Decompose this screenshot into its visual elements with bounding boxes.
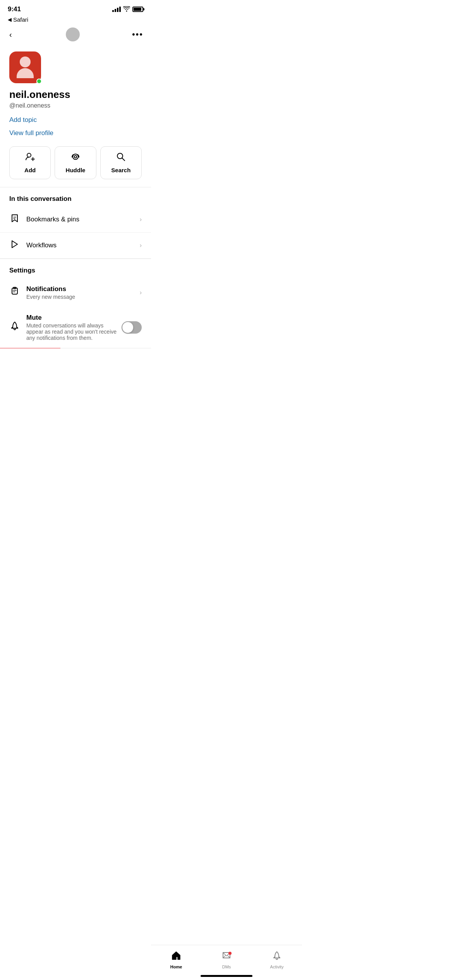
user-handle: @neil.oneness bbox=[9, 102, 142, 109]
more-button[interactable]: ••• bbox=[132, 29, 143, 39]
avatar bbox=[9, 51, 41, 83]
notifications-title: Notifications bbox=[26, 285, 140, 293]
svg-point-0 bbox=[27, 153, 31, 157]
notifications-content: Notifications Every new message bbox=[26, 285, 140, 300]
conversation-section-header: In this conversation bbox=[0, 187, 151, 207]
huddle-button-label: Huddle bbox=[66, 167, 86, 173]
svg-point-4 bbox=[74, 156, 77, 158]
svg-point-3 bbox=[73, 154, 78, 159]
mute-icon bbox=[9, 321, 20, 334]
back-button[interactable]: ‹ bbox=[8, 29, 14, 41]
svg-marker-7 bbox=[12, 241, 17, 248]
add-button-label: Add bbox=[24, 167, 36, 173]
settings-section-header: Settings bbox=[0, 259, 151, 278]
action-buttons: Add Huddle Search bbox=[0, 146, 151, 187]
notifications-chevron-icon: › bbox=[140, 289, 142, 296]
huddle-button[interactable]: Huddle bbox=[55, 146, 96, 179]
add-member-icon bbox=[25, 152, 35, 164]
add-topic-link[interactable]: Add topic bbox=[9, 116, 142, 124]
avatar-person-icon bbox=[17, 57, 34, 78]
mute-item: Mute Muted conversations will always app… bbox=[0, 307, 151, 348]
add-button[interactable]: Add bbox=[9, 146, 51, 179]
bookmarks-chevron-icon: › bbox=[140, 216, 142, 223]
bookmark-icon bbox=[9, 214, 20, 225]
battery-icon bbox=[132, 7, 143, 12]
workflows-item[interactable]: Workflows › bbox=[0, 233, 151, 259]
status-icons bbox=[112, 6, 143, 13]
notifications-item[interactable]: Notifications Every new message › bbox=[0, 278, 151, 307]
svg-line-6 bbox=[122, 158, 125, 161]
bookmarks-item[interactable]: Bookmarks & pins › bbox=[0, 207, 151, 233]
view-profile-link[interactable]: View full profile bbox=[9, 129, 142, 137]
status-bar: 9:41 bbox=[0, 0, 151, 16]
search-button-label: Search bbox=[111, 167, 130, 173]
workflows-chevron-icon: › bbox=[140, 242, 142, 249]
mute-title: Mute bbox=[26, 314, 122, 322]
mute-subtitle: Muted conversations will always appear a… bbox=[26, 322, 122, 341]
avatar-wrapper bbox=[9, 51, 41, 83]
browser-label: Safari bbox=[13, 16, 28, 23]
signal-bars-icon bbox=[112, 7, 121, 12]
notifications-subtitle: Every new message bbox=[26, 294, 140, 300]
search-button[interactable]: Search bbox=[100, 146, 142, 179]
workflows-label: Workflows bbox=[26, 242, 140, 249]
workflows-icon bbox=[9, 240, 20, 251]
profile-section: neil.oneness @neil.oneness Add topic Vie… bbox=[0, 45, 151, 137]
notifications-icon bbox=[9, 286, 20, 299]
huddle-icon bbox=[70, 152, 81, 164]
mute-toggle[interactable] bbox=[122, 321, 142, 334]
bookmarks-label: Bookmarks & pins bbox=[26, 216, 140, 223]
nav-avatar bbox=[66, 27, 80, 41]
mute-content: Mute Muted conversations will always app… bbox=[26, 314, 122, 341]
status-time: 9:41 bbox=[8, 5, 21, 13]
online-status-dot bbox=[36, 79, 42, 84]
wifi-icon bbox=[123, 6, 130, 13]
nav-bar: ‹ ••• bbox=[0, 24, 151, 45]
username: neil.oneness bbox=[9, 89, 142, 101]
search-icon bbox=[116, 152, 125, 164]
